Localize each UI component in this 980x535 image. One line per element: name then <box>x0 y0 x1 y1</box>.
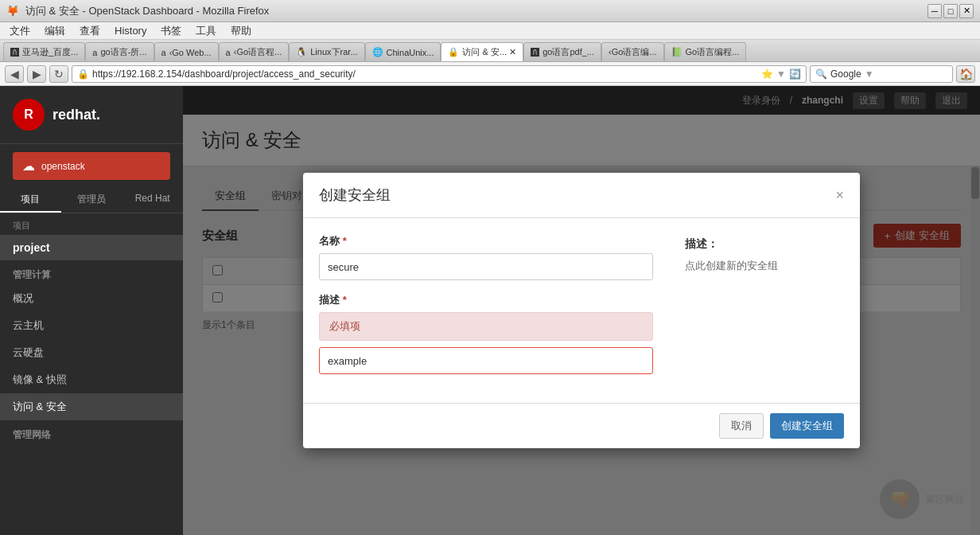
title-bar: 🦊 访问 & 安全 - OpenStack Dashboard - Mozill… <box>0 0 980 22</box>
address-field[interactable]: 🔒 https://192.168.2.154/dashboard/projec… <box>72 65 807 83</box>
address-bar: ◀ ▶ ↻ 🔒 https://192.168.2.154/dashboard/… <box>0 62 980 86</box>
menu-file[interactable]: 文件 <box>3 22 37 40</box>
close-button[interactable]: ✕ <box>959 4 974 18</box>
sidebar-section-label: 项目 <box>0 213 183 235</box>
openstack-badge: ☁ openstack <box>13 152 170 180</box>
name-input[interactable] <box>319 253 653 280</box>
menu-tools[interactable]: 工具 <box>189 22 223 40</box>
sidebar-logo: R redhat. <box>0 86 183 144</box>
sidebar-tab-project[interactable]: 项目 <box>0 188 61 213</box>
desc-label: 描述 * <box>319 293 653 307</box>
sidebar-tab-admin[interactable]: 管理员 <box>61 188 122 213</box>
browser-icon: 🦊 <box>6 5 19 18</box>
browser-tab-6[interactable]: 🔒 访问 & 安... ✕ <box>441 42 523 61</box>
modal-dialog: 创建安全组 × 名称 * <box>303 173 860 448</box>
menu-bar: 文件 编辑 查看 History 书签 工具 帮助 <box>0 22 980 40</box>
help-text: 点此创建新的安全组 <box>685 258 844 274</box>
sidebar-item-instances[interactable]: 云主机 <box>0 312 183 339</box>
sidebar-tab-redhat[interactable]: Red Hat <box>122 188 183 213</box>
submit-button[interactable]: 创建安全组 <box>770 413 844 439</box>
menu-history[interactable]: History <box>108 23 153 38</box>
error-message: 必填项 <box>319 312 653 341</box>
window-controls[interactable]: ─ □ ✕ <box>928 4 974 18</box>
main-content: 登录身份 / zhangchi 设置 帮助 退出 访问 & 安全 安全组 密钥对… <box>183 86 980 535</box>
modal-help: 描述： 点此创建新的安全组 <box>685 234 844 387</box>
back-button[interactable]: ◀ <box>5 65 24 83</box>
minimize-button[interactable]: ─ <box>928 4 942 18</box>
modal-footer: 取消 创建安全组 <box>303 403 860 448</box>
sidebar-nav-tabs: 项目 管理员 Red Hat <box>0 188 183 213</box>
menu-view[interactable]: 查看 <box>73 22 107 40</box>
sidebar-group-compute: 管理计算 <box>0 260 183 285</box>
home-button[interactable]: 🏠 <box>956 65 975 83</box>
desc-form-group: 描述 * 必填项 <box>319 293 653 374</box>
sidebar-item-images[interactable]: 镜像 & 快照 <box>0 366 183 393</box>
name-form-group: 名称 * <box>319 234 653 280</box>
browser-tab-2[interactable]: a ‹Go Web... <box>154 42 219 61</box>
sidebar-item-volumes[interactable]: 云硬盘 <box>0 339 183 366</box>
browser-tab-3[interactable]: a ‹Go语言程... <box>219 42 290 61</box>
desc-input[interactable] <box>319 347 653 374</box>
modal-header: 创建安全组 × <box>303 173 860 218</box>
sidebar: R redhat. ☁ openstack 项目 管理员 Red Hat 项目 … <box>0 86 183 535</box>
name-required: * <box>343 235 347 247</box>
menu-edit[interactable]: 编辑 <box>38 22 72 40</box>
cancel-button[interactable]: 取消 <box>719 413 764 439</box>
modal-close-button[interactable]: × <box>835 187 844 204</box>
browser-tab-1[interactable]: a go语言-所... <box>85 42 154 61</box>
menu-bookmarks[interactable]: 书签 <box>154 22 188 40</box>
sidebar-project-name[interactable]: project <box>0 235 183 260</box>
browser-tab-9[interactable]: 📗 Go语言编程... <box>664 42 747 61</box>
logo-icon: R <box>13 99 45 131</box>
browser-tab-4[interactable]: 🐧 Linux下rar... <box>289 42 364 61</box>
sidebar-item-overview[interactable]: 概况 <box>0 285 183 312</box>
refresh-button[interactable]: ↻ <box>49 65 68 83</box>
sidebar-item-access-security[interactable]: 访问 & 安全 <box>0 393 183 420</box>
desc-required: * <box>343 294 347 306</box>
address-text: https://192.168.2.154/dashboard/project/… <box>92 68 758 80</box>
window-title: 访问 & 安全 - OpenStack Dashboard - Mozilla … <box>25 4 269 18</box>
modal-overlay: 创建安全组 × 名称 * <box>183 86 980 535</box>
search-text: Google <box>830 68 861 80</box>
browser-tab-8[interactable]: ‹Go语言编... <box>601 42 664 61</box>
help-title: 描述： <box>685 237 844 252</box>
name-label: 名称 * <box>319 234 653 248</box>
search-bar[interactable]: 🔍 Google ▼ <box>810 65 953 83</box>
menu-help[interactable]: 帮助 <box>224 22 258 40</box>
browser-content: R redhat. ☁ openstack 项目 管理员 Red Hat 项目 … <box>0 86 980 535</box>
browser-tab-5[interactable]: 🌐 ChinaUnix... <box>365 42 441 61</box>
modal-body: 名称 * 描述 * 必填项 <box>303 218 860 403</box>
logo-text: redhat. <box>52 107 100 123</box>
maximize-button[interactable]: □ <box>943 4 958 18</box>
forward-button[interactable]: ▶ <box>27 65 46 83</box>
modal-title: 创建安全组 <box>319 185 391 205</box>
modal-form: 名称 * 描述 * 必填项 <box>319 234 653 387</box>
browser-tab-7[interactable]: 🅰 go语言pdf_... <box>523 42 601 61</box>
browser-tab-0[interactable]: 🅰 亚马逊_百度... <box>3 42 85 61</box>
openstack-label: openstack <box>41 161 85 172</box>
tab-bar: 🅰 亚马逊_百度... a go语言-所... a ‹Go Web... a ‹… <box>0 40 980 62</box>
sidebar-group-network: 管理网络 <box>0 420 183 445</box>
